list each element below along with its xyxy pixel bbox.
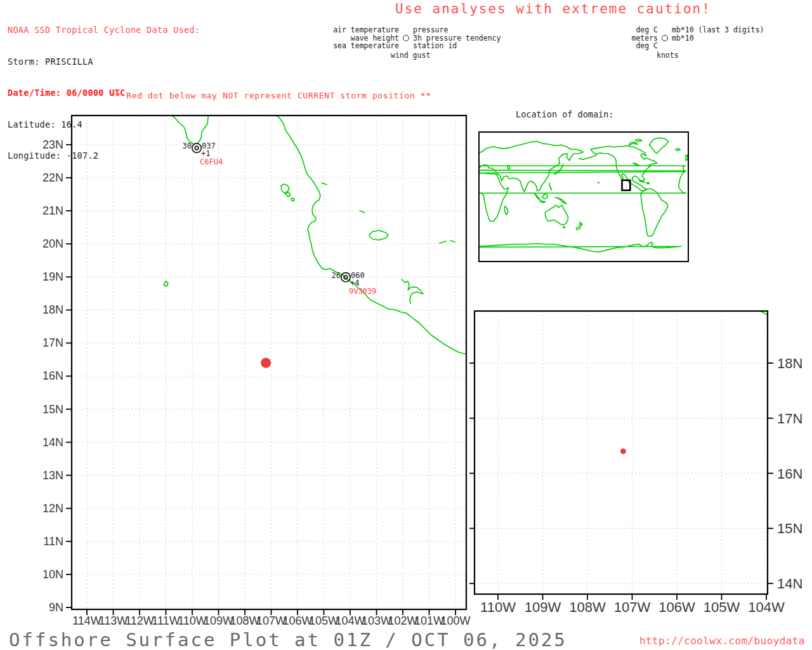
main-lon-label: 113W: [99, 614, 128, 627]
main-lon-label: 101W: [414, 614, 444, 627]
offshore-surface-plot-page: NOAA SSD Tropical Cyclone Data Used: Sto…: [0, 0, 812, 650]
main-lon-label: 104W: [335, 614, 365, 627]
world-coast-path: [646, 182, 650, 183]
zoom-map-axes: 18N17N16N15N14N110W109W108W107W106W105W1…: [469, 355, 802, 615]
storm-dot-main: [261, 358, 271, 368]
river-system: [402, 279, 423, 303]
island: [450, 241, 455, 242]
world-coast-path: [508, 165, 510, 169]
world-coast-path: [629, 142, 638, 145]
main-lat-label: 19N: [43, 270, 63, 283]
main-lat-label: 9N: [49, 601, 63, 614]
island: [291, 198, 294, 201]
island: [281, 184, 289, 193]
world-coast-path: [542, 194, 547, 199]
main-lon-label: 102W: [388, 614, 417, 627]
main-lat-label: 12N: [43, 502, 63, 515]
world-coast-path: [633, 163, 639, 165]
world-coast-path: [555, 197, 566, 204]
source-url: http://coolwx.com/buoydata: [639, 635, 805, 647]
world-inset-map: [479, 138, 688, 252]
main-lon-label: 106W: [282, 614, 312, 627]
main-lon-label: 107W: [256, 614, 286, 627]
zoom-lat-label: 14N: [777, 576, 802, 592]
main-lon-label: 109W: [204, 614, 233, 627]
world-coast-path: [479, 242, 681, 252]
plot-title: Offshore Surface Plot at 01Z / OCT 06, 2…: [9, 629, 567, 650]
main-lat-label: 13N: [43, 469, 63, 482]
world-coast-path: [676, 149, 680, 150]
main-lat-label: 10N: [43, 568, 63, 581]
main-lon-label: 100W: [440, 614, 470, 627]
coastline-baja: [172, 116, 209, 144]
island: [440, 241, 446, 243]
world-coast-path: [549, 183, 552, 190]
world-coast-path: [534, 193, 540, 201]
zoom-lat-label: 15N: [777, 521, 802, 536]
zoom-lon-label: 106W: [658, 599, 695, 615]
main-lat-label: 11N: [43, 535, 63, 548]
station-id: C6FU4: [200, 157, 223, 166]
main-lat-label: 15N: [43, 403, 63, 416]
main-lon-label: 105W: [309, 614, 339, 627]
main-lon-label: 114W: [72, 614, 102, 627]
main-lat-label: 17N: [43, 336, 63, 349]
main-lon-label: 103W: [362, 614, 391, 627]
zoom-lon-label: 109W: [525, 599, 561, 615]
main-lat-label: 23N: [43, 138, 63, 151]
main-map-axes: 23N22N21N20N19N18N17N16N15N14N13N12N11N1…: [43, 138, 471, 627]
storm-dot-zoom: [620, 448, 626, 454]
world-coast-path: [598, 182, 599, 183]
world-coast-path: [576, 227, 580, 230]
main-lon-label: 112W: [125, 614, 154, 627]
zoom-lon-label: 104W: [748, 599, 785, 615]
world-coast-path: [563, 227, 565, 228]
world-coast-path: [479, 173, 509, 222]
zoom-lon-label: 107W: [614, 599, 651, 615]
world-coast-path: [546, 206, 568, 225]
zoom-lat-label: 18N: [777, 355, 802, 371]
world-coast-path: [504, 206, 508, 215]
zoom-lat-label: 16N: [777, 466, 802, 482]
station-air-temp: 26: [331, 271, 340, 280]
inset-frame: [479, 132, 688, 262]
storm-dots: [261, 358, 626, 454]
world-coastlines: [479, 138, 688, 252]
lake: [369, 230, 388, 240]
world-coast-path: [636, 139, 642, 141]
world-coast-path: [591, 146, 657, 191]
main-lon-label: 110W: [178, 614, 207, 627]
world-coast-path: [580, 222, 583, 227]
station-air-temp: 30: [183, 142, 192, 150]
main-lat-label: 20N: [43, 237, 63, 250]
world-coast-path: [579, 155, 597, 159]
world-coast-path: [540, 201, 545, 202]
station-plot: 26060+49V3039: [331, 271, 376, 296]
zoom-lon-label: 105W: [704, 599, 740, 615]
main-lon-label: 111W: [152, 614, 180, 627]
station-id: 9V3039: [349, 287, 376, 296]
station-plots: 30037+1C6FU426060+49V3039: [183, 142, 377, 296]
world-coast-path: [641, 189, 668, 237]
station-plot: 30037+1C6FU4: [183, 142, 223, 166]
main-lon-label: 108W: [230, 614, 259, 627]
station-pressure-tendency: +1: [201, 149, 210, 158]
island: [164, 281, 168, 286]
main-lat-label: 14N: [43, 436, 63, 449]
zoom-lat-label: 17N: [777, 411, 802, 427]
station-pressure-tendency: +4: [350, 279, 359, 288]
world-coast-path: [479, 171, 686, 193]
zoom-lon-label: 110W: [480, 599, 516, 615]
main-lat-label: 16N: [43, 369, 63, 382]
world-coast-path: [650, 138, 669, 154]
coastline-mainland: [276, 116, 466, 354]
zoom-lon-label: 108W: [569, 599, 606, 615]
main-lat-label: 22N: [43, 171, 63, 184]
main-lat-label: 21N: [43, 204, 63, 217]
island: [285, 192, 291, 197]
world-coast-path: [479, 142, 583, 192]
plot-canvas: 30037+1C6FU426060+49V3039 23N22N21N20N19…: [0, 0, 812, 650]
world-coast-path: [685, 155, 688, 161]
main-lat-label: 18N: [43, 303, 63, 316]
